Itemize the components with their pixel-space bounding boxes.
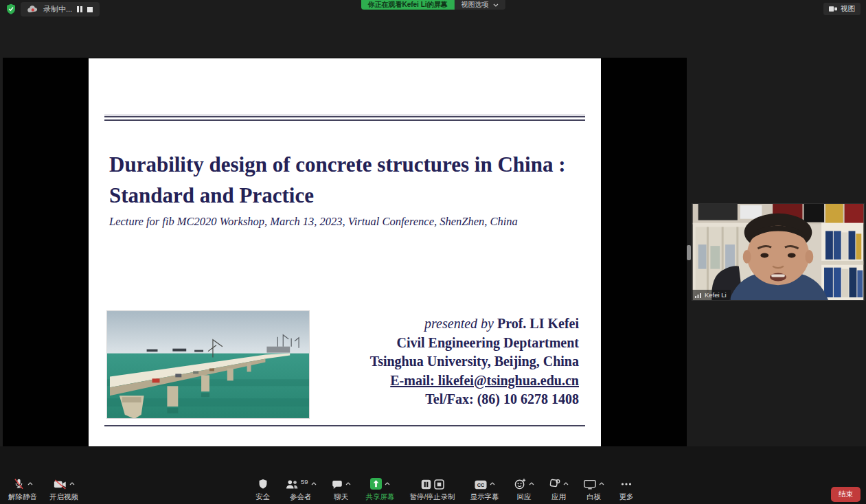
participant-name-tag: Kefei Li xyxy=(692,290,731,300)
participants-button[interactable]: 59 参会者 xyxy=(285,478,317,501)
presenter-telfax: Tel/Fax: (86) 10 6278 1408 xyxy=(370,390,579,409)
slide-subtitle: Lecture for fib MC2020 Workshop, March 1… xyxy=(109,215,590,229)
participant-name: Kefei Li xyxy=(705,291,727,299)
toolbar-left-group: 解除静音 开启视频 xyxy=(8,478,78,501)
stop-recording-icon[interactable] xyxy=(434,479,444,490)
presenter-email: E-mail: likefei@tsinghua.edu.cn xyxy=(370,371,579,391)
apps-icon xyxy=(549,479,560,490)
recording-status-label: 录制中... xyxy=(43,4,72,14)
chevron-up-icon[interactable] xyxy=(599,482,604,485)
pause-stop-recording-button[interactable]: 暂停/停止录制 xyxy=(410,478,455,501)
watching-screen-badge: 你正在观看Kefei Li的屏幕 xyxy=(361,0,454,10)
shared-screen-stage: Durability design of concrete structures… xyxy=(3,58,687,446)
chevron-down-icon xyxy=(493,3,499,7)
recording-indicator: 录制中... xyxy=(21,2,100,16)
participant-video[interactable]: Kefei Li xyxy=(692,203,865,301)
slide-title: Durability design of concrete structures… xyxy=(109,149,583,211)
slide-top-rule xyxy=(104,116,585,121)
participants-icon xyxy=(285,479,299,490)
start-video-button[interactable]: 开启视频 xyxy=(49,478,78,501)
toolbar-center-group: 安全 59 参会者 xyxy=(255,478,634,501)
presenter-university: Tsinghua University, Beijing, China xyxy=(370,352,579,371)
chevron-up-icon[interactable] xyxy=(69,482,75,485)
signal-bars-icon xyxy=(695,293,702,298)
presentation-slide: Durability design of concrete structures… xyxy=(89,58,601,446)
chevron-up-icon[interactable] xyxy=(490,482,495,485)
chevron-up-icon[interactable] xyxy=(311,482,317,485)
screen-watch-bar: 你正在观看Kefei Li的屏幕 视图选项 xyxy=(361,0,505,10)
meeting-info-shield-button[interactable] xyxy=(5,3,16,15)
pause-recording-button[interactable] xyxy=(77,6,82,12)
apps-label: 应用 xyxy=(551,493,566,501)
chat-label: 聊天 xyxy=(334,493,348,501)
view-options-label: 视图选项 xyxy=(462,0,489,10)
chat-bubble-icon xyxy=(332,479,343,490)
camera-muted-icon xyxy=(54,479,67,490)
captions-label: 显示字幕 xyxy=(470,493,499,501)
chevron-up-icon[interactable] xyxy=(529,482,534,485)
slide-bottom-rule xyxy=(104,425,585,426)
cc-icon: CC xyxy=(475,480,487,490)
pause-recording-icon[interactable] xyxy=(421,479,431,490)
mic-muted-icon xyxy=(13,478,25,490)
more-ellipsis-icon xyxy=(621,479,632,490)
apps-button[interactable]: 应用 xyxy=(549,478,569,501)
chevron-up-icon[interactable] xyxy=(345,482,351,485)
more-label: 更多 xyxy=(619,493,634,501)
top-bar: 录制中... 你正在观看Kefei Li的屏幕 视图选项 视图 xyxy=(0,0,866,19)
presenter-info-block: presented by Prof. LI Kefei Civil Engine… xyxy=(370,314,579,409)
more-button[interactable]: 更多 xyxy=(619,478,634,501)
security-label: 安全 xyxy=(255,493,270,501)
view-options-dropdown[interactable]: 视图选项 xyxy=(455,0,505,10)
view-button[interactable]: 视图 xyxy=(823,3,861,15)
layout-view-icon xyxy=(829,5,837,12)
webcam-scene xyxy=(692,204,864,300)
share-screen-button[interactable]: 共享屏幕 xyxy=(366,478,395,501)
chevron-up-icon[interactable] xyxy=(385,482,390,485)
reaction-smiley-icon xyxy=(514,478,526,490)
video-panel-drag-handle[interactable] xyxy=(687,245,691,260)
whiteboard-icon xyxy=(584,479,596,490)
chevron-up-icon[interactable] xyxy=(563,482,569,485)
share-screen-label: 共享屏幕 xyxy=(366,493,395,501)
security-shield-icon xyxy=(258,479,268,490)
share-screen-icon xyxy=(370,478,382,490)
bridge-photo xyxy=(106,310,310,419)
chat-button[interactable]: 聊天 xyxy=(332,478,351,501)
meeting-toolbar: 解除静音 开启视频 xyxy=(0,446,866,504)
cloud-recording-icon xyxy=(27,5,38,13)
end-meeting-button[interactable]: 结束 xyxy=(831,487,861,502)
presented-by-line: presented by Prof. LI Kefei xyxy=(370,314,579,334)
unmute-button[interactable]: 解除静音 xyxy=(8,478,37,501)
pause-stop-recording-label: 暂停/停止录制 xyxy=(410,493,455,501)
stop-recording-button[interactable] xyxy=(87,7,93,12)
presenter-department: Civil Engineering Deptartment xyxy=(370,334,579,353)
whiteboard-label: 白板 xyxy=(586,493,601,501)
reactions-button[interactable]: 回应 xyxy=(514,478,534,501)
shield-check-icon xyxy=(5,3,16,15)
reactions-label: 回应 xyxy=(517,493,532,501)
participants-label: 参会者 xyxy=(290,493,312,501)
view-button-label: 视图 xyxy=(841,4,855,14)
svg-text:CC: CC xyxy=(477,482,483,488)
captions-button[interactable]: CC 显示字幕 xyxy=(470,478,499,501)
whiteboard-button[interactable]: 白板 xyxy=(584,478,604,501)
chevron-up-icon[interactable] xyxy=(27,482,33,485)
start-video-label: 开启视频 xyxy=(49,493,78,501)
security-button[interactable]: 安全 xyxy=(255,478,270,501)
unmute-label: 解除静音 xyxy=(8,493,37,501)
zoom-meeting-window: 录制中... 你正在观看Kefei Li的屏幕 视图选项 视图 Durabi xyxy=(0,0,866,504)
participants-count: 59 xyxy=(301,478,308,485)
